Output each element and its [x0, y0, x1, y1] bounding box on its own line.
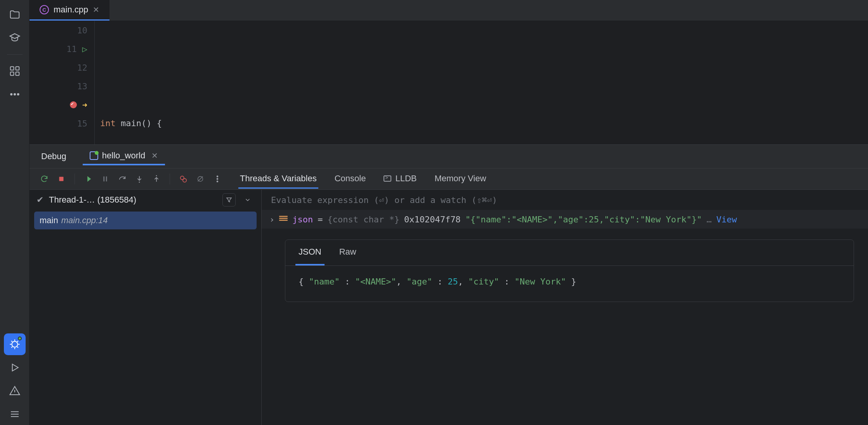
svg-rect-0	[10, 67, 14, 70]
svg-point-11	[139, 182, 140, 183]
tab-lldb[interactable]: LLDB	[382, 170, 418, 189]
stop-button[interactable]	[54, 171, 69, 187]
cpp-file-icon: C	[40, 5, 49, 14]
menu-icon[interactable]	[4, 403, 26, 425]
chevron-down-icon[interactable]	[241, 193, 254, 206]
stack-frame[interactable]: main main.cpp:14	[34, 212, 257, 229]
frames-pane: ✔ Thread-1-… (1856584) main main.cpp:14	[30, 190, 262, 425]
more-icon[interactable]	[4, 83, 26, 105]
view-link[interactable]: View	[716, 215, 737, 224]
rerun-button[interactable]	[36, 171, 52, 187]
svg-rect-8	[59, 177, 64, 181]
structure-icon[interactable]	[4, 60, 26, 82]
tab-raw[interactable]: Raw	[336, 240, 359, 265]
run-config-icon	[90, 151, 98, 160]
code-editor[interactable]: 10 11▷ 12 13 ➜ 15 int main() { const cha…	[30, 21, 868, 144]
svg-point-14	[183, 179, 186, 182]
svg-point-6	[17, 94, 19, 95]
folder-icon[interactable]	[4, 4, 26, 26]
variable-icon	[279, 216, 288, 223]
svg-rect-9	[103, 177, 104, 182]
tab-json[interactable]: JSON	[295, 240, 325, 265]
svg-rect-2	[10, 72, 14, 76]
step-over-button[interactable]	[115, 171, 130, 187]
editor-tabs: C main.cpp ✕	[30, 0, 868, 21]
json-content: { "name" : "<NAME>", "age" : 25, "city" …	[285, 266, 854, 302]
problems-icon[interactable]	[4, 380, 26, 402]
resume-button[interactable]	[80, 171, 96, 187]
debug-panel: Debug hello_world ✕ Threads & Variable	[30, 144, 868, 425]
debug-config-tab[interactable]: hello_world ✕	[83, 147, 165, 165]
step-into-button[interactable]	[132, 171, 147, 187]
filter-button[interactable]	[222, 193, 236, 206]
svg-point-12	[156, 175, 157, 176]
mute-breakpoints-button[interactable]	[193, 171, 208, 187]
editor-tab-label: main.cpp	[54, 5, 88, 15]
check-icon: ✔	[36, 195, 43, 205]
variables-pane: Evaluate expression (⏎) or add a watch (…	[262, 190, 868, 425]
learn-icon[interactable]	[4, 27, 26, 49]
svg-point-4	[10, 94, 12, 95]
svg-rect-3	[16, 72, 19, 76]
activity-bar	[0, 0, 30, 425]
execution-point-icon: ➜	[82, 100, 87, 110]
svg-point-17	[217, 179, 218, 180]
pause-button[interactable]	[97, 171, 113, 187]
view-breakpoints-button[interactable]	[175, 171, 191, 187]
breakpoint-icon[interactable]	[70, 101, 77, 108]
svg-point-18	[217, 181, 218, 182]
step-out-button[interactable]	[149, 171, 164, 187]
chevron-right-icon[interactable]: ›	[269, 215, 274, 224]
json-viewer: JSON Raw { "name" : "<NAME>", "age" : 25…	[285, 239, 854, 302]
editor-tab-main-cpp[interactable]: C main.cpp ✕	[30, 0, 109, 21]
close-icon[interactable]: ✕	[151, 151, 158, 160]
svg-rect-10	[106, 177, 107, 182]
debug-toolbar: Threads & Variables Console LLDB Memory …	[30, 168, 868, 190]
run-gutter-icon[interactable]: ▷	[82, 44, 87, 54]
evaluate-expression-input[interactable]: Evaluate expression (⏎) or add a watch (…	[262, 190, 868, 210]
tab-console[interactable]: Console	[333, 170, 368, 189]
close-icon[interactable]: ✕	[93, 5, 99, 14]
svg-point-16	[217, 176, 218, 177]
tab-memory-view[interactable]: Memory View	[433, 170, 488, 189]
terminal-icon	[384, 175, 391, 182]
run-tool-icon[interactable]	[4, 357, 26, 378]
more-actions-button[interactable]	[210, 171, 225, 187]
debug-label: Debug	[39, 150, 69, 163]
svg-point-5	[14, 94, 16, 95]
svg-point-7	[12, 342, 17, 347]
tab-threads-variables[interactable]: Threads & Variables	[238, 170, 318, 189]
editor-gutter: 10 11▷ 12 13 ➜ 15	[30, 21, 95, 144]
variable-row-json[interactable]: › json = {const char *} 0x102047f78 "{"n…	[262, 210, 868, 229]
svg-rect-1	[16, 67, 19, 70]
debug-tool-icon[interactable]	[4, 333, 26, 355]
thread-selector[interactable]: ✔ Thread-1-… (1856584)	[30, 190, 261, 210]
